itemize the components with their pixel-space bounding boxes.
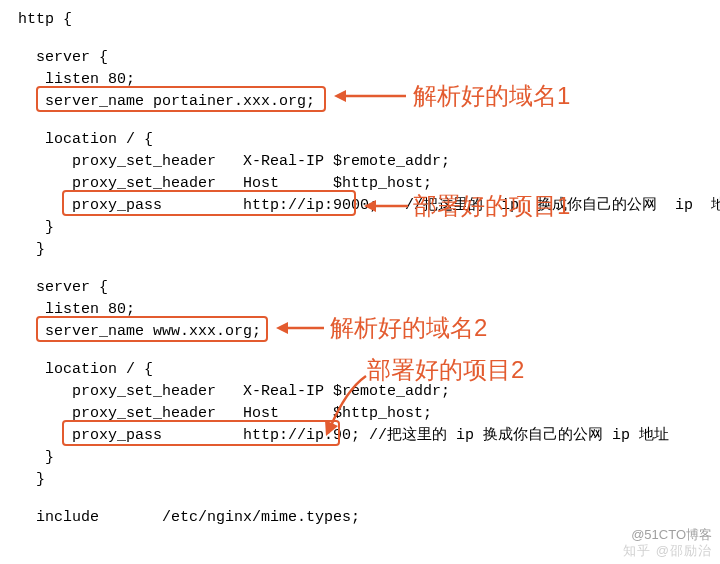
highlight-server-name-1 — [36, 86, 326, 112]
code-line: } — [18, 470, 45, 490]
code-line: location / { — [18, 130, 153, 150]
annotation-project-2: 部署好的项目2 — [367, 354, 524, 386]
code-line: server { — [18, 278, 108, 298]
screenshot-canvas: http { server { listen 80; server_name p… — [0, 0, 720, 564]
svg-marker-2 — [276, 322, 288, 334]
code-line: } — [18, 448, 54, 468]
svg-marker-1 — [364, 200, 376, 212]
annotation-domain-1: 解析好的域名1 — [413, 80, 570, 112]
annotation-project-1: 部署好的项目1 — [413, 190, 570, 222]
code-line: server { — [18, 48, 108, 68]
code-line: } — [18, 218, 54, 238]
arrow-icon — [318, 370, 378, 440]
code-line: include /etc/nginx/mime.types; — [18, 508, 360, 528]
annotation-domain-2: 解析好的域名2 — [330, 312, 487, 344]
watermark-zhihu: 知乎 @邵励治 — [623, 542, 712, 560]
code-line: location / { — [18, 360, 153, 380]
watermark-51cto: @51CTO博客 — [631, 526, 712, 544]
code-line: http { — [18, 10, 72, 30]
arrow-icon — [330, 86, 410, 106]
code-line: proxy_set_header X-Real-IP $remote_addr; — [18, 152, 450, 172]
highlight-server-name-2 — [36, 316, 268, 342]
svg-marker-0 — [334, 90, 346, 102]
code-line: } — [18, 240, 45, 260]
arrow-icon — [360, 196, 412, 216]
highlight-proxy-pass-1 — [62, 190, 356, 216]
arrow-icon — [272, 318, 328, 338]
highlight-proxy-pass-2 — [62, 420, 340, 446]
